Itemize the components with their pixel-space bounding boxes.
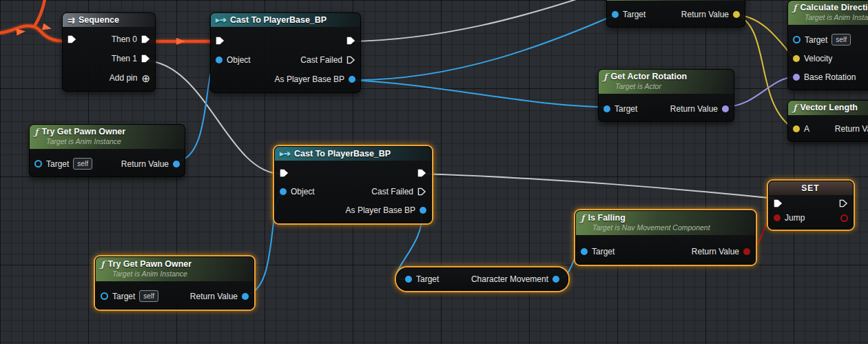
node-subtitle: Target is Actor bbox=[615, 82, 728, 91]
add-pin-button[interactable]: Add pin ⊕ bbox=[110, 73, 150, 83]
node-header: ƒ Vector Length bbox=[788, 101, 868, 115]
pin-label: Return Value bbox=[670, 104, 718, 114]
exec-out-pin[interactable] bbox=[417, 169, 426, 177]
pin-label: Character Movement bbox=[471, 274, 548, 284]
pin-label: As Player Base BP bbox=[275, 74, 344, 84]
node-header: ⇉ Sequence bbox=[63, 13, 155, 27]
target-in-pin[interactable] bbox=[581, 248, 588, 255]
cast-icon: ▸➔ bbox=[216, 16, 227, 24]
target-in-pin[interactable] bbox=[34, 160, 42, 168]
node-subtitle: Target is Anim Instance bbox=[112, 270, 248, 279]
node-title: Try Get Pawn Owner bbox=[42, 127, 126, 137]
pin-label: Object bbox=[291, 187, 315, 196]
pin-row: Target self bbox=[788, 30, 868, 49]
pin-row: Target Return Value bbox=[607, 5, 745, 23]
pin-label: Cast Failed bbox=[300, 55, 342, 65]
pin-row: As Player Base BP bbox=[275, 201, 431, 219]
node-set-jump[interactable]: SET Jump bbox=[768, 181, 854, 230]
as-player-base-bp-out-pin[interactable] bbox=[420, 207, 426, 214]
node-cast-to-playerbase-bp-1[interactable]: ▸➔ Cast To PlayerBase_BP Object Cast Fai… bbox=[210, 12, 361, 93]
target-in-pin[interactable] bbox=[101, 292, 108, 300]
pin-row bbox=[769, 196, 853, 210]
return-value-out-pin[interactable] bbox=[743, 248, 750, 255]
sequence-icon: ⇉ bbox=[68, 16, 75, 25]
return-value-out-pin[interactable] bbox=[242, 293, 249, 300]
wire-rot-getactorrotation-to-baserotation bbox=[724, 77, 794, 107]
node-subtitle: Target is Anim Instance bbox=[805, 13, 868, 22]
node-character-movement[interactable]: Target Character Movement bbox=[396, 267, 568, 291]
pin-row: Object Cast Failed bbox=[275, 182, 431, 201]
self-chip[interactable]: self bbox=[139, 290, 158, 302]
node-vector-length[interactable]: ƒ Vector Length A Return Value bbox=[787, 100, 868, 142]
pin-row: Then 0 bbox=[63, 30, 155, 49]
pin-row bbox=[211, 31, 360, 50]
node-title: Vector Length bbox=[800, 103, 858, 113]
exec-out-pin[interactable] bbox=[347, 37, 355, 45]
node-header: ƒ Get Actor Rotation Target is Actor bbox=[599, 70, 734, 94]
node-get-actor-rotation[interactable]: ƒ Get Actor Rotation Target is Actor Tar… bbox=[598, 69, 734, 122]
target-in-pin[interactable] bbox=[793, 36, 800, 43]
base-rotation-in-pin[interactable] bbox=[793, 74, 800, 81]
pin-label: As Player Base BP bbox=[346, 205, 415, 215]
pin-label: Return Value bbox=[692, 247, 739, 256]
return-value-out-pin[interactable] bbox=[173, 161, 180, 168]
pin-label: Then 0 bbox=[112, 34, 137, 44]
cast-failed-exec-pin[interactable] bbox=[417, 188, 426, 196]
add-pin-label: Add pin bbox=[110, 73, 138, 83]
cast-failed-exec-pin[interactable] bbox=[347, 56, 355, 64]
pin-label: Return Value bbox=[835, 124, 868, 134]
node-is-falling[interactable]: ƒ Is Falling Target is Nav Movement Comp… bbox=[575, 210, 756, 265]
self-chip[interactable]: self bbox=[831, 34, 851, 45]
node-sequence[interactable]: ⇉ Sequence Then 0 Then 1 Add pin ⊕ bbox=[62, 12, 156, 92]
self-chip[interactable]: self bbox=[73, 158, 92, 170]
character-movement-out-pin[interactable] bbox=[552, 276, 559, 283]
pin-row: Base Rotation bbox=[788, 68, 868, 86]
pin-row: Target Character Movement bbox=[397, 268, 568, 290]
pin-row: Add pin ⊕ bbox=[63, 68, 155, 88]
jump-in-pin[interactable] bbox=[774, 214, 781, 221]
pin-label: Target bbox=[416, 274, 439, 284]
as-player-base-bp-out-pin[interactable] bbox=[349, 76, 355, 83]
pin-label: Cast Failed bbox=[371, 187, 413, 196]
target-in-pin[interactable] bbox=[612, 11, 619, 18]
jump-out-pin[interactable] bbox=[840, 214, 848, 222]
node-header: ƒ Try Get Pawn Owner Target is Anim Inst… bbox=[30, 125, 185, 149]
pin-row: A Return Value bbox=[788, 119, 868, 138]
exec-out-pin[interactable] bbox=[839, 199, 848, 208]
node-title: Sequence bbox=[79, 15, 119, 25]
pin-row: As Player Base BP bbox=[211, 70, 360, 89]
blueprint-graph-canvas[interactable]: { "graph": { "selection_color": "#eda333… bbox=[0, 0, 868, 344]
pin-label: A bbox=[804, 124, 809, 134]
exec-in-pin[interactable] bbox=[216, 37, 225, 45]
pin-label: Return Value bbox=[190, 292, 238, 301]
pin-label: Target bbox=[592, 247, 614, 256]
node-calculate-direction[interactable]: ƒ Calculate Direction Target is Anim Ins… bbox=[787, 0, 868, 90]
exec-out-pin-then0[interactable] bbox=[141, 35, 150, 43]
velocity-in-pin[interactable] bbox=[793, 55, 800, 62]
target-in-pin[interactable] bbox=[405, 276, 412, 283]
exec-in-pin[interactable] bbox=[68, 35, 76, 43]
node-try-get-pawn-owner-2[interactable]: ƒ Try Get Pawn Owner Target is Anim Inst… bbox=[95, 256, 254, 310]
exec-in-pin[interactable] bbox=[280, 169, 289, 177]
node-get-velocity-partial[interactable]: Target Return Value bbox=[606, 0, 745, 28]
target-in-pin[interactable] bbox=[603, 105, 610, 112]
pin-row: Jump bbox=[769, 210, 853, 225]
function-icon: ƒ bbox=[581, 214, 585, 223]
return-value-out-pin[interactable] bbox=[733, 11, 740, 18]
node-cast-to-playerbase-bp-2[interactable]: ▸➔ Cast To PlayerBase_BP Object Cast Fai… bbox=[274, 146, 432, 223]
pin-label: Target bbox=[46, 159, 69, 169]
node-try-get-pawn-owner-1[interactable]: ƒ Try Get Pawn Owner Target is Anim Inst… bbox=[29, 124, 185, 177]
function-icon: ƒ bbox=[793, 3, 797, 12]
node-header: ƒ Try Get Pawn Owner Target is Anim Inst… bbox=[96, 257, 254, 281]
node-header: ƒ Is Falling Target is Nav Movement Comp… bbox=[576, 211, 755, 235]
object-in-pin[interactable] bbox=[280, 188, 287, 195]
return-value-out-pin[interactable] bbox=[722, 105, 729, 112]
function-icon: ƒ bbox=[603, 72, 608, 81]
node-header: ƒ Calculate Direction Target is Anim Ins… bbox=[788, 1, 868, 25]
wire-exec-cast1-out bbox=[350, 0, 599, 41]
exec-in-pin[interactable] bbox=[774, 199, 783, 208]
a-in-pin[interactable] bbox=[793, 125, 800, 132]
object-in-pin[interactable] bbox=[216, 57, 223, 63]
exec-out-pin-then1[interactable] bbox=[141, 54, 150, 63]
pin-row: Velocity bbox=[788, 49, 868, 68]
